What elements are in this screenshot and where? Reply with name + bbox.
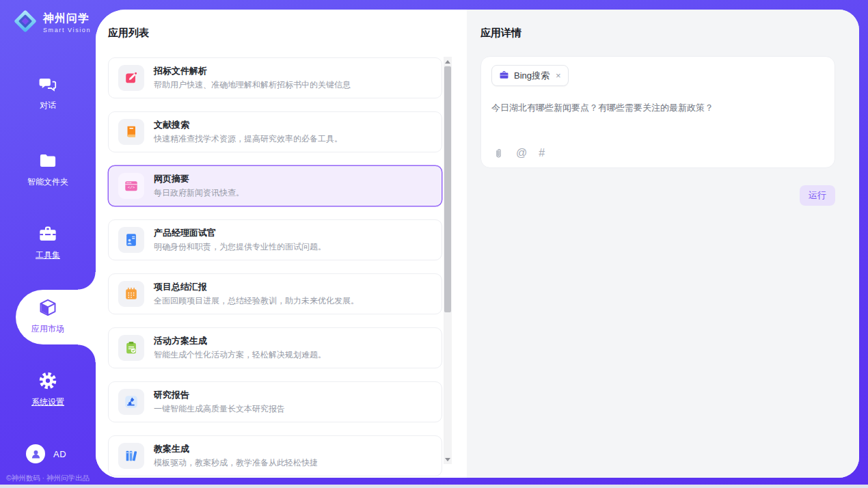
run-button[interactable]: 运行 (800, 185, 835, 206)
scroll-up-icon[interactable] (444, 57, 452, 66)
clipboard-check-icon (118, 335, 144, 361)
app-card-lesson-plan[interactable]: 教案生成 模板驱动，教案秒成，教学准备从此轻松快捷 (108, 435, 442, 476)
avatar (26, 444, 45, 463)
cube-icon (38, 308, 57, 319)
app-list-pane: 应用列表 招标文件解析 帮助用户快速、准确地理解和解析招标书中的关键信息 (96, 10, 467, 478)
browser-code-icon: </> (118, 173, 144, 199)
app-card-title: 招标文件解析 (154, 65, 351, 77)
user-chip[interactable]: AD (26, 444, 66, 463)
app-detail-title: 应用详情 (480, 27, 521, 40)
sidebar-item-label: 工具集 (0, 249, 96, 261)
note-icon (118, 281, 144, 307)
query-text[interactable]: 今日湖北有哪些新闻要点？有哪些需要关注的最新政策？ (491, 101, 824, 115)
edit-doc-icon (118, 65, 144, 91)
books-icon (118, 443, 144, 469)
scrollbar-thumb[interactable] (444, 66, 451, 312)
bottom-edge-strip (0, 485, 868, 488)
resume-icon (118, 227, 144, 253)
user-name: AD (53, 449, 66, 459)
svg-text:</>: </> (128, 185, 135, 190)
app-card-list: 招标文件解析 帮助用户快速、准确地理解和解析招标书中的关键信息 文献搜索 快速精… (108, 57, 442, 478)
brand-diamond-icon (12, 8, 38, 37)
app-card-desc: 明确身份和职责，为您提供专业性的面试问题。 (154, 241, 326, 253)
hash-icon[interactable]: # (539, 147, 545, 159)
sidebar-item-settings[interactable]: 系统设置 (0, 371, 96, 408)
sidebar-item-chat[interactable]: 对话 (0, 75, 96, 111)
app-card-title: 研究报告 (154, 389, 285, 401)
book-icon (118, 119, 144, 145)
brand-subtitle: Smart Vision (43, 27, 91, 33)
app-card-title: 文献搜索 (154, 119, 342, 131)
sidebar-item-label: 对话 (0, 100, 96, 111)
app-input-card[interactable]: Bing搜索 × 今日湖北有哪些新闻要点？有哪些需要关注的最新政策？ @ # (480, 56, 835, 168)
app-card-literature-search[interactable]: 文献搜索 快速精准查找学术资源，提高研究效率的必备工具。 (108, 111, 442, 152)
main-panel: 应用列表 招标文件解析 帮助用户快速、准确地理解和解析招标书中的关键信息 (96, 10, 859, 478)
paperclip-icon[interactable] (493, 148, 504, 159)
microscope-icon (118, 389, 144, 415)
brand-logo: 神州问学 Smart Vision (12, 8, 91, 37)
app-card-pm-interviewer[interactable]: 产品经理面试官 明确身份和职责，为您提供专业性的面试问题。 (108, 219, 442, 260)
app-card-title: 产品经理面试官 (154, 227, 326, 239)
sidebar-footer: ©神州数码 · 神州问学出品 (0, 474, 96, 483)
toolbox-icon (38, 234, 57, 245)
app-card-event-plan[interactable]: 活动方案生成 智能生成个性化活动方案，轻松解决规划难题。 (108, 327, 442, 368)
app-card-title: 活动方案生成 (154, 335, 326, 347)
app-card-desc: 智能生成个性化活动方案，轻松解决规划难题。 (154, 349, 326, 361)
tool-tag-bing-search[interactable]: Bing搜索 × (491, 65, 569, 86)
briefcase-icon (499, 70, 509, 82)
app-detail-pane: 应用详情 Bing搜索 × 今日湖北有哪些新闻要点？有哪些需要关注的最新政策？ (467, 10, 859, 478)
sidebar-item-label: 智能文件夹 (0, 176, 96, 188)
gear-icon (38, 381, 57, 392)
app-card-title: 项目总结汇报 (154, 281, 359, 293)
app-card-research-report[interactable]: 研究报告 一键智能生成高质量长文本研究报告 (108, 381, 442, 422)
sidebar-item-label: 系统设置 (0, 396, 96, 408)
sidebar-item-app-market[interactable]: 应用市场 (0, 298, 96, 335)
app-card-title: 教案生成 (154, 443, 318, 455)
app-card-web-summary[interactable]: </> 网页摘要 每日政府新闻资讯快查。 (108, 165, 442, 206)
app-card-desc: 帮助用户快速、准确地理解和解析招标书中的关键信息 (154, 79, 351, 91)
sidebar-item-smart-folders[interactable]: 智能文件夹 (0, 151, 96, 188)
app-card-desc: 模板驱动，教案秒成，教学准备从此轻松快捷 (154, 457, 318, 469)
tool-tag-label: Bing搜索 (514, 70, 550, 82)
brand-name: 神州问学 (43, 12, 91, 26)
app-card-desc: 快速精准查找学术资源，提高研究效率的必备工具。 (154, 133, 342, 145)
chat-icon (39, 84, 57, 96)
app-card-desc: 每日政府新闻资讯快查。 (154, 187, 244, 199)
scrollbar (444, 57, 452, 464)
app-list-title: 应用列表 (108, 27, 149, 40)
app-card-desc: 一键智能生成高质量长文本研究报告 (154, 403, 285, 415)
scroll-down-icon[interactable] (444, 455, 452, 464)
sidebar: 神州问学 Smart Vision 对话 智能文件夹 (0, 0, 96, 488)
attachment-toolbar: @ # (493, 147, 545, 159)
close-icon[interactable]: × (556, 70, 561, 81)
mention-icon[interactable]: @ (516, 147, 527, 159)
folder-icon (38, 161, 57, 172)
app-card-desc: 全面回顾项目进展，总结经验教训，助力未来优化发展。 (154, 295, 359, 307)
app-card-project-summary[interactable]: 项目总结汇报 全面回顾项目进展，总结经验教训，助力未来优化发展。 (108, 273, 442, 314)
app-card-title: 网页摘要 (154, 173, 244, 185)
sidebar-item-toolset[interactable]: 工具集 (0, 224, 96, 261)
sidebar-item-label: 应用市场 (0, 323, 96, 335)
app-card-bid-analysis[interactable]: 招标文件解析 帮助用户快速、准确地理解和解析招标书中的关键信息 (108, 57, 442, 98)
